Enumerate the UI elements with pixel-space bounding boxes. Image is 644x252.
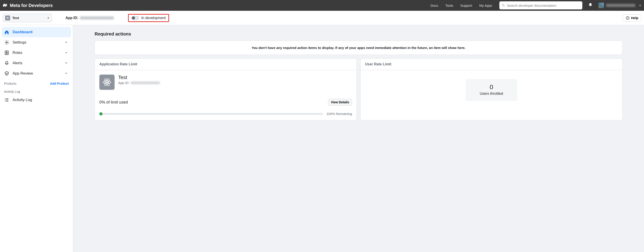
meta-logo-icon	[3, 3, 8, 8]
sidebar-item-alerts[interactable]: Alerts	[2, 58, 71, 68]
app-id-label: App ID:	[118, 81, 130, 85]
sidebar-item-label: Settings	[12, 40, 26, 45]
sidebar-activity-header: Activity Log	[2, 87, 71, 95]
sidebar-item-activity-log[interactable]: Activity Log	[2, 95, 71, 105]
app-id-block: App ID:	[66, 16, 114, 20]
sidebar-item-label: App Review	[12, 71, 33, 76]
app-selector-name: Test	[12, 16, 45, 20]
roles-icon	[4, 50, 10, 55]
app-name: Test	[118, 75, 160, 80]
app-icon	[99, 75, 114, 90]
sidebar-item-settings[interactable]: Settings	[2, 37, 71, 48]
notifications-button[interactable]	[588, 3, 593, 8]
rate-limit-progress	[99, 113, 323, 115]
sidebar-item-dashboard[interactable]: Dashboard	[2, 27, 71, 37]
chevron-down-icon: ▼	[47, 17, 50, 19]
dev-mode-label: In development	[141, 16, 166, 20]
user-menu[interactable]: ▼	[598, 3, 641, 8]
add-product-link[interactable]: Add Product	[50, 82, 69, 85]
main-content: Required actions You don't have any requ…	[73, 25, 644, 252]
card-user-rate-limit: User Rate Limit 0 Users throttled	[360, 58, 622, 120]
dev-mode-highlight: In development	[128, 14, 169, 22]
home-icon	[4, 30, 10, 35]
svg-point-12	[5, 100, 6, 100]
svg-text:?: ?	[627, 17, 628, 19]
app-icon	[5, 16, 10, 21]
bell-icon	[588, 3, 593, 7]
help-label: Help	[631, 16, 638, 20]
gear-icon	[4, 40, 10, 45]
sidebar-item-label: Roles	[12, 51, 22, 55]
chevron-down-icon	[65, 40, 69, 45]
svg-point-17	[106, 81, 108, 83]
shield-icon	[4, 71, 10, 76]
throttled-count: 0	[468, 84, 515, 91]
bell-icon	[4, 61, 10, 66]
help-button[interactable]: ? Help	[623, 14, 641, 22]
card-app-rate-limit: Application Rate Limit Test App ID:	[95, 58, 357, 120]
nav-docs[interactable]: Docs	[430, 4, 438, 8]
sidebar: Dashboard Settings Roles Alerts	[0, 25, 73, 252]
svg-point-2	[8, 18, 8, 18]
products-label: Products	[4, 82, 16, 85]
svg-point-0	[502, 4, 504, 6]
app-selector[interactable]: Test ▼	[3, 14, 52, 22]
card-title: User Rate Limit	[360, 59, 622, 70]
chevron-down-icon: ▼	[639, 4, 641, 7]
app-id-redacted	[80, 16, 114, 20]
activity-log-header-label: Activity Log	[4, 90, 20, 93]
search-input[interactable]	[507, 4, 580, 8]
username-redacted	[606, 4, 635, 7]
chevron-down-icon	[65, 71, 69, 76]
atom-icon	[102, 77, 112, 87]
sidebar-item-app-review[interactable]: App Review	[2, 68, 71, 79]
brand[interactable]: Meta for Developers	[3, 3, 53, 8]
list-icon	[4, 97, 10, 102]
svg-line-1	[504, 6, 504, 7]
search-container[interactable]	[499, 1, 582, 10]
limit-used-text: 0% of limit used	[99, 100, 128, 105]
chevron-down-icon	[65, 51, 69, 55]
help-icon: ?	[626, 16, 630, 20]
nav-tools[interactable]: Tools	[445, 4, 453, 8]
progress-indicator	[99, 112, 102, 115]
svg-point-13	[5, 101, 6, 101]
sidebar-item-label: Alerts	[12, 61, 22, 65]
sidebar-products-header: Products Add Product	[2, 79, 71, 87]
app-id-label: App ID:	[66, 16, 78, 20]
sidebar-item-label: Activity Log	[12, 98, 32, 102]
avatar	[598, 3, 604, 8]
sidebar-item-label: Dashboard	[12, 30, 32, 34]
remaining-text: 100% Remaining	[326, 112, 352, 116]
atom-icon	[6, 16, 9, 20]
svg-point-11	[5, 98, 6, 99]
app-id-redacted	[131, 81, 160, 84]
brand-text: Meta for Developers	[10, 3, 53, 8]
card-title: Application Rate Limit	[95, 59, 356, 70]
dev-mode-toggle[interactable]	[132, 16, 139, 20]
sidebar-item-roles[interactable]: Roles	[2, 48, 71, 58]
required-actions-empty: You don't have any required action items…	[95, 41, 622, 55]
throttled-label: Users throttled	[468, 92, 515, 96]
toggle-knob	[132, 16, 135, 20]
nav-myapps[interactable]: My Apps	[480, 4, 492, 8]
nav-support[interactable]: Support	[460, 4, 472, 8]
svg-point-8	[6, 42, 8, 43]
search-icon	[502, 4, 505, 7]
chevron-down-icon	[65, 61, 69, 65]
app-bar: Test ▼ App ID: In development ? Help	[0, 11, 644, 25]
svg-point-10	[6, 52, 8, 53]
required-actions-title: Required actions	[95, 32, 622, 37]
throttle-box: 0 Users throttled	[466, 79, 517, 101]
topnav-links: Docs Tools Support My Apps	[430, 4, 492, 8]
top-nav: Meta for Developers Docs Tools Support M…	[0, 0, 644, 11]
view-details-button[interactable]: View Details	[328, 99, 352, 105]
